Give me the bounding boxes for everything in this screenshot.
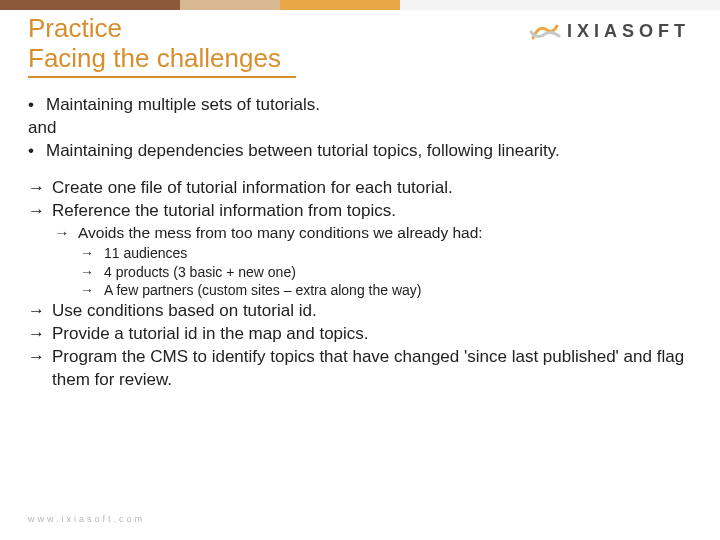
logo-mark-icon xyxy=(529,18,561,44)
slide-body: • Maintaining multiple sets of tutorials… xyxy=(28,94,692,392)
title-line-2: Facing the challenges xyxy=(28,44,692,74)
arrow-text: Reference the tutorial information from … xyxy=(52,200,396,223)
arrow-text: Create one file of tutorial information … xyxy=(52,177,453,200)
arrow-text: A few partners (custom sites – extra alo… xyxy=(104,281,421,300)
arrow-text: 11 audiences xyxy=(104,244,187,263)
arrow-item: → Reference the tutorial information fro… xyxy=(28,200,692,223)
top-color-bar xyxy=(0,0,720,10)
logo-text: IXIASOFT xyxy=(567,21,690,42)
arrow-icon: → xyxy=(80,263,104,282)
arrow-subsubitem: → 11 audiences xyxy=(28,244,692,263)
arrow-icon: → xyxy=(28,323,52,346)
arrow-text: Avoids the mess from too many conditions… xyxy=(78,223,483,244)
bar-segment-brown xyxy=(0,0,180,10)
bar-segment-grey xyxy=(400,0,720,10)
ixiasoft-logo: IXIASOFT xyxy=(529,18,690,44)
bullet-text: Maintaining dependencies between tutoria… xyxy=(46,140,560,163)
bullet-text: Maintaining multiple sets of tutorials. xyxy=(46,94,320,117)
arrow-icon: → xyxy=(28,200,52,223)
arrow-item: → Provide a tutorial id in the map and t… xyxy=(28,323,692,346)
arrow-subsubitem: → A few partners (custom sites – extra a… xyxy=(28,281,692,300)
arrow-subsubitem: → 4 products (3 basic + new one) xyxy=(28,263,692,282)
arrow-text: Use conditions based on tutorial id. xyxy=(52,300,317,323)
bullet-icon: • xyxy=(28,94,46,117)
arrow-text: Program the CMS to identify topics that … xyxy=(52,346,692,392)
arrow-icon: → xyxy=(80,281,104,300)
bullet-icon: • xyxy=(28,140,46,163)
arrow-item: → Program the CMS to identify topics tha… xyxy=(28,346,692,392)
title-underline xyxy=(28,76,296,78)
arrow-text: 4 products (3 basic + new one) xyxy=(104,263,296,282)
arrow-icon: → xyxy=(80,244,104,263)
arrow-item: → Create one file of tutorial informatio… xyxy=(28,177,692,200)
arrow-icon: → xyxy=(54,223,78,244)
footer-url: www.ixiasoft.com xyxy=(28,514,145,524)
arrow-icon: → xyxy=(28,300,52,323)
arrow-subitem: → Avoids the mess from too many conditio… xyxy=(28,223,692,244)
arrow-item: → Use conditions based on tutorial id. xyxy=(28,300,692,323)
arrow-icon: → xyxy=(28,346,52,392)
bar-segment-tan xyxy=(180,0,280,10)
arrow-text: Provide a tutorial id in the map and top… xyxy=(52,323,369,346)
bullet-item: • Maintaining dependencies between tutor… xyxy=(28,140,692,163)
bar-segment-orange xyxy=(280,0,400,10)
bullet-item: • Maintaining multiple sets of tutorials… xyxy=(28,94,692,117)
arrow-icon: → xyxy=(28,177,52,200)
connector-and: and xyxy=(28,117,692,140)
